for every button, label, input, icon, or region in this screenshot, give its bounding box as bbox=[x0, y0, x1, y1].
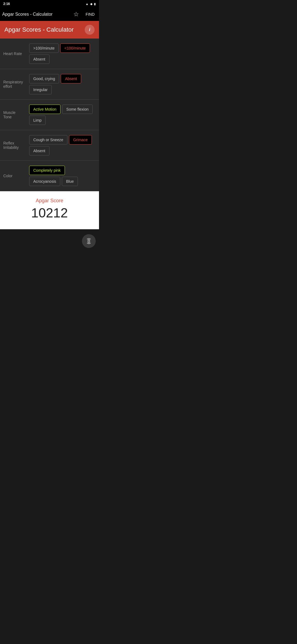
score-label: Apgar Score bbox=[4, 198, 95, 204]
chip-respiratory-effort-2[interactable]: Irregular bbox=[29, 85, 52, 94]
chip-muscle-tone-2[interactable]: Limp bbox=[29, 116, 46, 125]
star-icon[interactable]: ☆ bbox=[71, 9, 81, 20]
chip-heart-rate-0[interactable]: >100/minute bbox=[29, 43, 59, 53]
svg-point-0 bbox=[88, 240, 90, 242]
payment-icon bbox=[82, 234, 96, 248]
section-row-respiratory-effort: Respiratory effortGood, cryingAbsentIrre… bbox=[0, 69, 99, 100]
main-content: Heart Rate>100/minute<100/minuteAbsentRe… bbox=[0, 39, 99, 191]
app-bar-title: Apgar Scores - Calculator bbox=[2, 12, 69, 17]
chip-respiratory-effort-0[interactable]: Good, crying bbox=[29, 74, 59, 83]
section-options-reflex-irritability: Cough or SneezeGrimaceAbsent bbox=[28, 133, 99, 157]
chip-reflex-irritability-2[interactable]: Absent bbox=[29, 146, 50, 155]
score-section: Apgar Score 10212 bbox=[0, 191, 99, 229]
find-button[interactable]: FIND bbox=[83, 11, 97, 18]
contactless-payment-icon bbox=[85, 237, 93, 245]
chip-reflex-irritability-1[interactable]: Grimace bbox=[69, 135, 92, 144]
section-row-reflex-irritability: Reflex IrritabilityCough or SneezeGrimac… bbox=[0, 130, 99, 161]
chip-muscle-tone-0[interactable]: Active Motion bbox=[29, 105, 61, 114]
section-options-color: Completely pinkAcrocyanosisBlue bbox=[28, 164, 99, 188]
chip-heart-rate-1[interactable]: <100/minute bbox=[60, 43, 90, 53]
top-app-bar: Apgar Scores - Calculator ☆ FIND bbox=[0, 8, 99, 21]
section-label-respiratory-effort: Respiratory effort bbox=[0, 72, 28, 96]
battery-icon: ▮ bbox=[94, 2, 96, 6]
chip-color-1[interactable]: Acrocyanosis bbox=[29, 177, 60, 186]
info-icon: i bbox=[89, 27, 90, 32]
section-row-heart-rate: Heart Rate>100/minute<100/minuteAbsent bbox=[0, 39, 99, 69]
section-options-heart-rate: >100/minute<100/minuteAbsent bbox=[28, 42, 99, 66]
section-label-color: Color bbox=[0, 164, 28, 188]
status-bar: 2:16 ▲ ◆ ▮ bbox=[0, 0, 99, 8]
wifi-icon: ◆ bbox=[90, 2, 92, 6]
header-title: Apgar Scores - Calculator bbox=[4, 26, 74, 33]
section-label-heart-rate: Heart Rate bbox=[0, 42, 28, 66]
chip-respiratory-effort-1[interactable]: Absent bbox=[61, 74, 81, 83]
section-label-muscle-tone: Muscle Tone bbox=[0, 103, 28, 127]
section-options-muscle-tone: Active MotionSome flexionLimp bbox=[28, 103, 99, 127]
chip-muscle-tone-1[interactable]: Some flexion bbox=[62, 105, 93, 114]
section-row-color: ColorCompletely pinkAcrocyanosisBlue bbox=[0, 161, 99, 191]
chip-color-2[interactable]: Blue bbox=[62, 177, 78, 186]
bottom-footer bbox=[0, 229, 99, 251]
section-row-muscle-tone: Muscle ToneActive MotionSome flexionLimp bbox=[0, 100, 99, 130]
header-banner: Apgar Scores - Calculator i bbox=[0, 21, 99, 39]
status-icons: ▲ ◆ ▮ bbox=[86, 2, 96, 6]
chip-reflex-irritability-0[interactable]: Cough or Sneeze bbox=[29, 135, 67, 144]
signal-icon: ▲ bbox=[86, 2, 89, 6]
section-label-reflex-irritability: Reflex Irritability bbox=[0, 133, 28, 157]
chip-color-0[interactable]: Completely pink bbox=[29, 166, 65, 175]
status-time: 2:16 bbox=[3, 2, 10, 6]
section-options-respiratory-effort: Good, cryingAbsentIrregular bbox=[28, 72, 99, 96]
chip-heart-rate-2[interactable]: Absent bbox=[29, 54, 50, 64]
score-value: 10212 bbox=[4, 205, 95, 220]
info-button[interactable]: i bbox=[85, 25, 95, 35]
